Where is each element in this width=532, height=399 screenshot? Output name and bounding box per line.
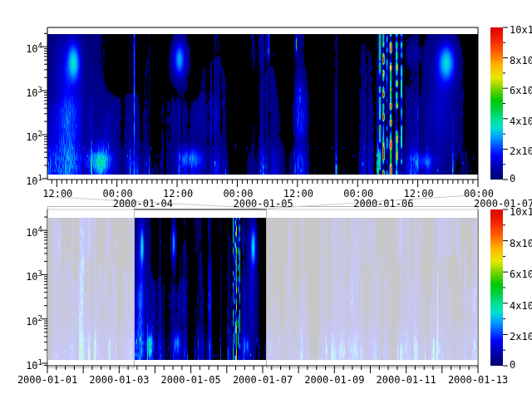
context-colorbar-gradient xyxy=(490,209,503,366)
exponent: 1 xyxy=(38,358,42,367)
x-tick-date-label: 2000-01-06 xyxy=(353,199,413,209)
y-tick-label: 103 xyxy=(26,268,42,283)
context-shade-left xyxy=(47,206,135,368)
zoom-spectrogram-canvas[interactable] xyxy=(47,34,478,175)
exponent: 2 xyxy=(38,130,42,138)
colorbar-tick-label: 0 xyxy=(510,174,515,185)
colorbar-tick-label: 6x107 xyxy=(510,82,532,96)
x-tick-time-label: 12:00 xyxy=(163,189,193,200)
exponent: 3 xyxy=(38,86,42,94)
x-tick-date-label: 2000-01-07 xyxy=(233,375,293,386)
colorbar-tick-label: 10x107 xyxy=(510,204,532,218)
x-tick-time-label: 12:00 xyxy=(42,189,72,200)
x-tick-date-label: 2000-01-04 xyxy=(113,199,173,209)
x-tick-date-label: 2000-01-01 xyxy=(17,375,77,386)
colorbar-tick-label: 8x107 xyxy=(510,52,532,66)
colorbar-tick-label: 4x107 xyxy=(510,113,532,127)
colorbar-tick-label: 8x107 xyxy=(510,235,532,249)
exponent: 2 xyxy=(38,314,42,323)
exponent: 1 xyxy=(38,174,42,182)
x-tick-date-label: 2000-01-13 xyxy=(448,375,508,386)
colorbar-tick-label: 2x107 xyxy=(510,328,532,342)
x-tick-date-label: 2000-01-05 xyxy=(233,199,293,209)
colorbar-tick-label: 2x107 xyxy=(510,143,532,157)
x-tick-date-label: 2000-01-03 xyxy=(89,375,149,386)
x-tick-time-label: 12:00 xyxy=(283,189,313,200)
y-tick-label: 101 xyxy=(26,357,42,372)
exponent: 4 xyxy=(38,225,42,234)
exponent: 4 xyxy=(38,42,42,50)
zoom-colorbar-gradient xyxy=(490,27,503,180)
y-tick-label: 101 xyxy=(26,173,42,187)
y-tick-label: 102 xyxy=(26,313,42,328)
colorbar-tick-label: 10x107 xyxy=(510,22,532,36)
x-tick-date-label: 2000-01-09 xyxy=(304,375,364,386)
context-shade-right xyxy=(266,206,478,368)
x-tick-date-label: 2000-01-05 xyxy=(161,375,221,386)
colorbar-tick-label: 0 xyxy=(510,360,515,371)
colorbar-tick-label: 4x107 xyxy=(510,298,532,312)
spectrogram-plot-window: 12:0000:002000-01-0412:0000:002000-01-05… xyxy=(0,0,532,399)
y-tick-label: 102 xyxy=(26,129,42,143)
exponent: 3 xyxy=(38,269,42,278)
colorbar-tick-label: 6x107 xyxy=(510,266,532,280)
y-tick-label: 104 xyxy=(26,41,42,55)
x-tick-time-label: 12:00 xyxy=(404,189,434,200)
y-tick-label: 103 xyxy=(26,85,42,99)
y-tick-label: 104 xyxy=(26,224,42,239)
x-tick-date-label: 2000-01-11 xyxy=(377,375,436,386)
